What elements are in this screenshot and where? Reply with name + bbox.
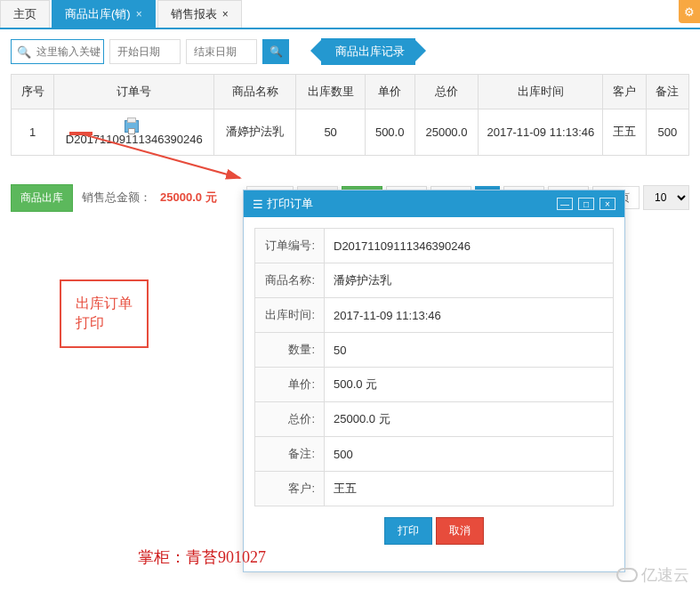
detail-row: 数量:50 <box>255 333 614 368</box>
annotation-line: 打印 <box>76 313 133 333</box>
print-button[interactable]: 打印 <box>384 517 432 545</box>
detail-val: 50 <box>325 333 614 368</box>
detail-key: 数量: <box>255 333 325 368</box>
detail-row: 订单编号:D20171109111346390246 <box>255 229 614 263</box>
keyword-input[interactable] <box>36 40 103 63</box>
list-icon: ☰ <box>253 198 267 211</box>
annotation-line: 出库订单 <box>76 294 133 313</box>
cell-remark: 500 <box>646 109 688 156</box>
watermark: 亿速云 <box>616 564 689 586</box>
table-row: 1 D20171109111346390246 潘婷护法乳 50 500.0 2… <box>12 109 689 156</box>
detail-val: 25000.0 元 <box>325 402 614 437</box>
table-header-row: 序号 订单号 商品名称 出库数里 单价 总价 出库时间 客户 备注 <box>12 75 689 109</box>
col-remark: 备注 <box>646 75 688 109</box>
outbound-button[interactable]: 商品出库 <box>11 184 73 212</box>
cell-qty: 50 <box>296 109 365 156</box>
detail-val: 500.0 元 <box>325 368 614 402</box>
data-table: 序号 订单号 商品名称 出库数里 单价 总价 出库时间 客户 备注 1 D201… <box>11 74 689 156</box>
search-bar: 🔍 🔍 商品出库记录 <box>0 29 700 74</box>
detail-key: 客户: <box>255 472 325 506</box>
tab-bar: 主页 商品出库(销)× 销售报表× ⚙ <box>0 0 700 29</box>
search-icon: 🔍 <box>270 45 283 58</box>
annotation-box: 出库订单 打印 <box>60 279 149 348</box>
detail-row: 单价:500.0 元 <box>255 368 614 402</box>
detail-key: 订单编号: <box>255 229 325 263</box>
close-button[interactable]: × <box>599 198 616 210</box>
col-product: 商品名称 <box>214 75 296 109</box>
cell-product: 潘婷护法乳 <box>214 109 296 156</box>
printer-icon[interactable] <box>125 120 139 133</box>
close-icon[interactable]: × <box>136 8 142 20</box>
maximize-button[interactable]: □ <box>578 198 594 210</box>
dialog-title: 打印订单 <box>267 196 551 212</box>
col-qty: 出库数里 <box>296 75 365 109</box>
tab-outbound[interactable]: 商品出库(销)× <box>52 0 156 28</box>
tab-label: 销售报表 <box>171 7 217 20</box>
tab-sales-report[interactable]: 销售报表× <box>157 0 242 28</box>
detail-key: 商品名称: <box>255 263 325 298</box>
dialog-footer: 打印 取消 <box>254 506 614 561</box>
search-button[interactable]: 🔍 <box>262 39 289 64</box>
breadcrumb: 商品出库记录 <box>321 38 415 65</box>
close-icon[interactable]: × <box>222 8 229 20</box>
detail-row: 商品名称:潘婷护法乳 <box>255 263 614 298</box>
gear-icon: ⚙ <box>684 5 695 19</box>
cell-total: 25000.0 <box>414 109 479 156</box>
col-price: 单价 <box>365 75 414 109</box>
total-label: 销售总金额： <box>82 190 151 206</box>
search-input-wrap: 🔍 <box>11 39 104 64</box>
col-order: 订单号 <box>54 75 214 109</box>
cell-time: 2017-11-09 11:13:46 <box>479 109 603 156</box>
print-dialog: ☰ 打印订单 — □ × 订单编号:D20171109111346390246 … <box>243 190 625 572</box>
search-icon: 🔍 <box>12 45 36 59</box>
detail-key: 备注: <box>255 437 325 472</box>
tab-home[interactable]: 主页 <box>0 0 50 28</box>
col-seq: 序号 <box>12 75 54 109</box>
detail-row: 出库时间:2017-11-09 11:13:46 <box>255 298 614 333</box>
signature: 掌柜：青苔901027 <box>138 546 266 568</box>
dialog-body: 订单编号:D20171109111346390246 商品名称:潘婷护法乳 出库… <box>244 217 624 571</box>
dialog-titlebar[interactable]: ☰ 打印订单 — □ × <box>244 190 624 217</box>
detail-table: 订单编号:D20171109111346390246 商品名称:潘婷护法乳 出库… <box>254 228 614 506</box>
detail-val: D20171109111346390246 <box>325 229 614 263</box>
cell-customer: 王五 <box>603 109 646 156</box>
detail-val: 潘婷护法乳 <box>325 263 614 298</box>
settings-button[interactable]: ⚙ <box>679 0 700 23</box>
detail-row: 客户:王五 <box>255 472 614 506</box>
cancel-button[interactable]: 取消 <box>436 517 484 545</box>
col-customer: 客户 <box>603 75 646 109</box>
cell-seq: 1 <box>12 109 54 156</box>
total-amount: 25000.0 元 <box>160 190 217 206</box>
detail-val: 王五 <box>325 472 614 506</box>
col-total: 总价 <box>414 75 479 109</box>
detail-row: 备注:500 <box>255 437 614 472</box>
highlight-underline <box>69 132 93 135</box>
minimize-button[interactable]: — <box>557 198 573 210</box>
page-size-select[interactable]: 10 <box>643 185 689 210</box>
detail-key: 出库时间: <box>255 298 325 333</box>
detail-key: 总价: <box>255 402 325 437</box>
detail-val: 2017-11-09 11:13:46 <box>325 298 614 333</box>
tab-label: 商品出库(销) <box>65 7 131 20</box>
end-date-input[interactable] <box>186 39 257 64</box>
cloud-icon <box>616 568 638 582</box>
detail-row: 总价:25000.0 元 <box>255 402 614 437</box>
tab-label: 主页 <box>13 7 36 20</box>
detail-key: 单价: <box>255 368 325 402</box>
col-time: 出库时间 <box>479 75 603 109</box>
detail-val: 500 <box>325 437 614 472</box>
cell-price: 500.0 <box>365 109 414 156</box>
start-date-input[interactable] <box>109 39 181 64</box>
